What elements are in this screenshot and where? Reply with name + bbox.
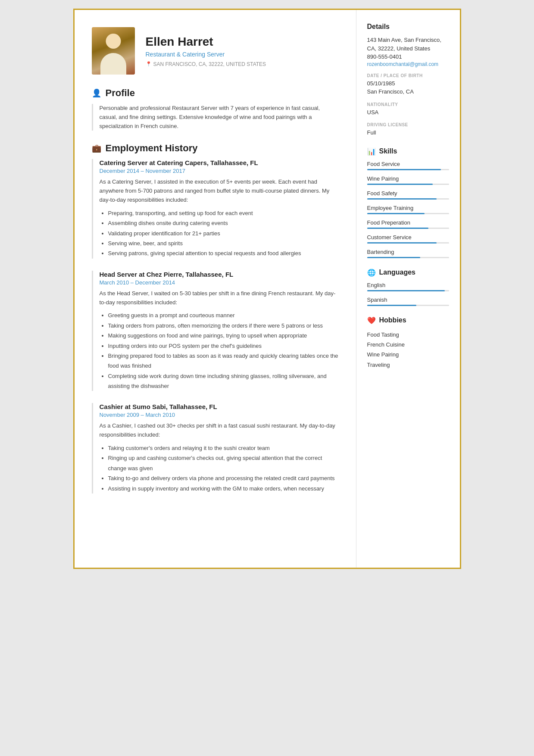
job-title-1: Catering Server at Catering Capers, Tall… bbox=[100, 159, 339, 166]
skill-bar-fill-1 bbox=[367, 169, 441, 170]
skill-item-7: Bartending bbox=[367, 249, 449, 258]
skills-icon: 📊 bbox=[367, 147, 376, 156]
bullet-item: Assembling dishes onsite during catering… bbox=[108, 218, 339, 228]
lang-bar-fill-2 bbox=[367, 305, 416, 306]
hobby-item-3: Wine Pairing bbox=[367, 350, 449, 359]
bullet-item: Serving patrons, giving special attentio… bbox=[108, 248, 339, 258]
skill-bar-bg-4 bbox=[367, 213, 449, 214]
bullet-item: Serving wine, beer, and spirits bbox=[108, 238, 339, 248]
skill-bar-fill-3 bbox=[367, 198, 437, 200]
hobbies-title: ❤️ Hobbies bbox=[367, 316, 449, 325]
skill-item-2: Wine Pairing bbox=[367, 175, 449, 185]
bullet-item: Completing side work during down time in… bbox=[108, 371, 339, 391]
skill-bar-fill-6 bbox=[367, 242, 437, 244]
bullet-item: Greeting guests in a prompt and courteou… bbox=[108, 310, 339, 320]
bullet-item: Taking customer's orders and relaying it… bbox=[108, 443, 339, 453]
bullet-item: Inputting orders into our POS system per… bbox=[108, 341, 339, 351]
details-address: 143 Main Ave, San Francisco, CA, 32222, … bbox=[367, 36, 449, 53]
bullet-item: Taking to-go and delivery orders via pho… bbox=[108, 473, 339, 483]
skill-item-3: Food Safety bbox=[367, 190, 449, 200]
profile-text: Personable and professional Restaurant S… bbox=[92, 104, 339, 131]
bullet-item: Assisting in supply inventory and workin… bbox=[108, 484, 339, 494]
hobby-item-4: Traveling bbox=[367, 360, 449, 370]
sidebar-languages: 🌐 Languages English Spanish bbox=[367, 269, 449, 306]
skill-name-5: Food Preperation bbox=[367, 219, 449, 226]
header: Ellen Harret Restaurant & Catering Serve… bbox=[92, 27, 339, 75]
lang-bar-bg-1 bbox=[367, 290, 449, 291]
languages-title: 🌐 Languages bbox=[367, 269, 449, 277]
job-title-3: Cashier at Sumo Sabi, Tallahassee, FL bbox=[100, 403, 339, 410]
skill-bar-bg-2 bbox=[367, 184, 449, 185]
lang-name-2: Spanish bbox=[367, 297, 449, 303]
license-value: Full bbox=[367, 128, 449, 137]
skill-name-1: Food Service bbox=[367, 161, 449, 167]
profile-icon: 👤 bbox=[92, 88, 101, 98]
employment-section-title: 💼 Employment History bbox=[92, 143, 339, 154]
bullet-item: Taking orders from patrons, often memori… bbox=[108, 321, 339, 331]
bullet-item: Bringing prepared food to tables as soon… bbox=[108, 351, 339, 371]
job-desc-2: As the Head Server, I waited on 5-30 tab… bbox=[100, 289, 339, 307]
main-content: Ellen Harret Restaurant & Catering Serve… bbox=[75, 10, 356, 568]
employment-section: 💼 Employment History Catering Server at … bbox=[92, 143, 339, 494]
birth-label: DATE / PLACE OF BIRTH bbox=[367, 73, 449, 78]
skill-name-6: Customer Service bbox=[367, 234, 449, 241]
license-label: DRIVING LICENSE bbox=[367, 122, 449, 127]
job-bullets-2: Greeting guests in a prompt and courteou… bbox=[100, 310, 339, 391]
skills-title-text: Skills bbox=[379, 147, 397, 155]
skill-bar-fill-4 bbox=[367, 213, 425, 214]
job-bullets-3: Taking customer's orders and relaying it… bbox=[100, 443, 339, 494]
skill-name-7: Bartending bbox=[367, 249, 449, 255]
nationality-label: NATIONALITY bbox=[367, 102, 449, 107]
job-dates-2: March 2010 – December 2014 bbox=[100, 279, 339, 286]
job-entry-1: Catering Server at Catering Capers, Tall… bbox=[92, 159, 339, 258]
location: 📍 SAN FRANCISCO, CA, 32222, UNITED STATE… bbox=[146, 61, 266, 67]
skill-bar-bg-5 bbox=[367, 228, 449, 229]
lang-item-2: Spanish bbox=[367, 297, 449, 306]
job-entry-2: Head Server at Chez Pierre, Tallahassee,… bbox=[92, 271, 339, 391]
skill-name-4: Employee Training bbox=[367, 205, 449, 211]
skill-item-1: Food Service bbox=[367, 161, 449, 170]
details-title: Details bbox=[367, 23, 449, 31]
birth-value: 05/10/1985 San Francisco, CA bbox=[367, 79, 449, 96]
location-text: SAN FRANCISCO, CA, 32222, UNITED STATES bbox=[153, 61, 266, 67]
details-email: rozenboomchantal@gmail.com bbox=[367, 61, 449, 67]
skill-item-4: Employee Training bbox=[367, 205, 449, 214]
skills-title: 📊 Skills bbox=[367, 147, 449, 156]
sidebar-details: Details 143 Main Ave, San Francisco, CA,… bbox=[367, 23, 449, 137]
hobby-item-2: French Cuisine bbox=[367, 340, 449, 350]
skill-bar-fill-2 bbox=[367, 184, 433, 185]
sidebar-skills: 📊 Skills Food Service Wine Pairing Food … bbox=[367, 147, 449, 258]
skill-bar-bg-6 bbox=[367, 242, 449, 244]
bullet-item: Making suggestions on food and wine pair… bbox=[108, 331, 339, 341]
avatar bbox=[92, 27, 135, 75]
skill-bar-fill-7 bbox=[367, 257, 421, 258]
languages-title-text: Languages bbox=[379, 269, 415, 276]
resume-page: Ellen Harret Restaurant & Catering Serve… bbox=[73, 9, 461, 569]
profile-section: 👤 Profile Personable and professional Re… bbox=[92, 87, 339, 131]
lang-bar-fill-1 bbox=[367, 290, 445, 291]
hobbies-title-text: Hobbies bbox=[379, 316, 406, 324]
lang-item-1: English bbox=[367, 282, 449, 291]
lang-bar-bg-2 bbox=[367, 305, 449, 306]
skill-name-3: Food Safety bbox=[367, 190, 449, 197]
job-title: Restaurant & Catering Server bbox=[146, 51, 266, 58]
hobbies-icon: ❤️ bbox=[367, 316, 376, 325]
employment-icon: 💼 bbox=[92, 144, 101, 153]
sidebar: Details 143 Main Ave, San Francisco, CA,… bbox=[356, 10, 460, 568]
skill-bar-bg-3 bbox=[367, 198, 449, 200]
job-dates-3: November 2009 – March 2010 bbox=[100, 412, 339, 418]
location-icon: 📍 bbox=[146, 61, 152, 67]
job-dates-1: December 2014 – November 2017 bbox=[100, 168, 339, 174]
skill-item-6: Customer Service bbox=[367, 234, 449, 244]
avatar-image bbox=[92, 27, 135, 75]
lang-name-1: English bbox=[367, 282, 449, 288]
sidebar-hobbies: ❤️ Hobbies Food Tasting French Cuisine W… bbox=[367, 316, 449, 370]
job-desc-3: As a Cashier, I cashed out 30+ checks pe… bbox=[100, 422, 339, 440]
languages-icon: 🌐 bbox=[367, 269, 376, 277]
hobby-item-1: Food Tasting bbox=[367, 330, 449, 340]
header-info: Ellen Harret Restaurant & Catering Serve… bbox=[146, 35, 266, 67]
skill-name-2: Wine Pairing bbox=[367, 175, 449, 182]
bullet-item: Ringing up and cashing customer's checks… bbox=[108, 453, 339, 473]
bullet-item: Validating proper identification for 21+… bbox=[108, 228, 339, 238]
job-bullets-1: Preparing, transporting, and setting up … bbox=[100, 208, 339, 259]
